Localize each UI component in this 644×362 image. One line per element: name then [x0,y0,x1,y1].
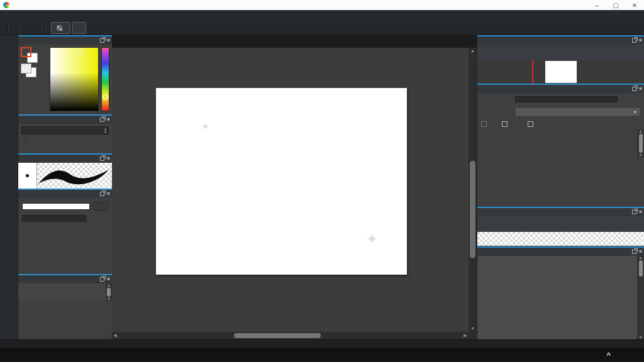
toolbar-separator [19,23,20,33]
navigator-guide-line [532,60,533,84]
hue-slider[interactable] [101,47,109,111]
sparkle-icon: ✦ [201,121,209,133]
brush-size-panel: × ▲▼ [477,246,644,339]
minimize-button[interactable]: – [587,0,606,10]
layer-panel: × ▼ [477,84,644,207]
reference-panel: × [477,207,644,246]
protect-alpha-checkbox[interactable] [481,121,489,127]
medibang-window: – ▢ ✕ × [0,0,644,362]
thumb-circle [545,61,557,71]
popout-icon[interactable] [100,192,104,196]
app-logo-icon [3,2,9,8]
thumb-circle [565,74,577,83]
popout-icon[interactable] [632,87,636,91]
canvas-viewport[interactable]: ✦ ✦ ▲▼ ◀▶ [112,48,477,339]
toolbar-separator [40,23,42,33]
brush-size-slider[interactable] [22,203,90,210]
close-icon[interactable]: × [107,38,110,43]
reference-preview-area[interactable] [477,232,644,246]
canvas-yellow-circle [319,193,407,275]
horizontal-scrollbar[interactable]: ◀▶ [112,332,469,339]
foreground-color-swatch[interactable] [21,47,31,57]
hscroll-thumb[interactable] [234,333,321,338]
close-icon[interactable]: × [107,191,110,197]
layer-opacity-slider[interactable] [515,96,618,102]
scrollbar-corner [469,332,477,339]
close-icon[interactable]: × [639,86,642,92]
brush-preview-panel: × [18,153,112,189]
brush-tip-preview [18,163,37,189]
status-bar [0,339,644,348]
main-toolbar [0,21,644,35]
close-icon[interactable]: × [107,277,110,282]
transparent-color-swatch[interactable] [21,63,31,74]
transparent-swatch-pair[interactable] [21,63,40,77]
close-icon[interactable]: × [639,249,642,255]
close-icon[interactable]: × [107,156,110,162]
close-icon[interactable]: × [107,117,110,123]
vertical-scrollbar[interactable]: ▲▼ [469,48,477,332]
chevron-down-icon: ▼ [633,110,637,114]
close-icon[interactable]: × [639,38,642,43]
hue-indicator[interactable] [103,94,108,100]
panel-spacer [18,228,112,274]
popout-icon[interactable] [632,210,636,214]
tool-column [0,35,18,339]
brush-control-panel: × [18,189,112,228]
toolbar-separator [8,23,9,33]
layer-list-scrollbar[interactable]: ▲▼ [637,129,644,157]
close-icon[interactable]: × [639,209,642,215]
title-bar: – ▢ ✕ [0,0,644,10]
brush-tip-dot [26,174,29,177]
popout-icon[interactable] [632,38,636,43]
document-tabs [112,35,477,48]
brush-opacity-slider[interactable] [22,215,86,222]
brush-stroke-preview [37,163,112,189]
sv-indicator[interactable] [77,50,83,55]
palette-select-field[interactable]: ▲▼ [21,126,109,134]
brush-list-scrollbar[interactable]: ▲▼ [106,283,112,301]
brush-list-panel: × ▲▼ [18,274,112,339]
saturation-value-picker[interactable] [50,47,99,111]
color-panel: × [18,35,112,114]
separator [25,137,26,145]
popout-icon[interactable] [100,156,104,161]
fg-bg-swatches[interactable] [21,47,40,63]
menu-bar [0,10,644,21]
left-panel-column: × [18,35,112,339]
navigator-panel: × [477,35,644,84]
close-button[interactable]: ✕ [625,0,644,10]
maximize-button[interactable]: ▢ [606,0,625,10]
no-entry-icon [57,25,62,31]
brush-size-value[interactable] [93,202,108,211]
popout-icon[interactable] [100,277,104,282]
sparkle-icon: ✦ [366,231,377,248]
vscroll-thumb[interactable] [470,161,475,258]
right-panel-column: × × [477,35,644,339]
brush-size-scrollbar[interactable]: ▲▼ [637,256,644,339]
rotate-button[interactable] [72,22,86,34]
navigator-thumbnail[interactable] [545,61,577,83]
lock-checkbox[interactable] [528,121,536,127]
blending-dropdown[interactable]: ▼ [515,107,640,116]
clipping-checkbox[interactable] [502,121,510,127]
popout-icon[interactable] [100,118,104,122]
popout-icon[interactable] [632,250,636,254]
windows-taskbar: ^ [0,348,644,362]
popout-icon[interactable] [100,38,104,43]
system-tray: ^ [607,351,644,359]
reset-button[interactable] [51,22,70,34]
canvas[interactable]: ✦ ✦ [156,88,407,275]
navigator-preview[interactable] [477,60,644,84]
palette-panel: × ▲▼ [18,114,112,153]
spinner-icon[interactable]: ▲▼ [104,128,107,134]
tray-expand-icon[interactable]: ^ [607,351,611,359]
